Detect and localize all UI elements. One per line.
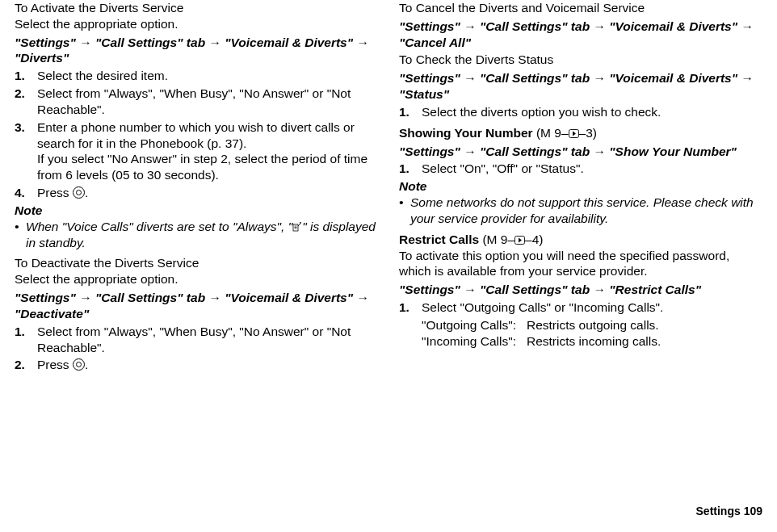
nav-path-diverts: "Settings" → "Call Settings" tab → "Voic…: [15, 35, 378, 67]
step-3-sub: If you select "No Answer" in step 2, sel…: [37, 152, 368, 182]
step-c1: 1.Select the diverts option you wish to …: [399, 104, 762, 120]
step-4: 4. Press .: [15, 185, 378, 201]
arrow-icon: →: [79, 291, 92, 304]
restrict-intro: To activate this option you will need th…: [399, 248, 762, 280]
step-4-pre: Press: [37, 186, 73, 199]
svg-rect-0: [293, 224, 298, 231]
path-part: "Call Settings" tab: [480, 19, 590, 33]
heading-check-status: To Check the Diverts Status: [399, 52, 762, 68]
divert-indicator-icon: [292, 222, 302, 232]
steps-show-number: 1.Select "On", "Off" or "Status".: [399, 161, 762, 177]
arrow-icon: →: [741, 71, 754, 85]
note-heading: Note: [15, 203, 378, 219]
nav-path-cancel: "Settings" → "Call Settings" tab → "Voic…: [399, 19, 762, 51]
nav-path-status: "Settings" → "Call Settings" tab → "Voic…: [399, 70, 762, 103]
path-part: "Settings": [399, 71, 460, 85]
mcode-post: –4): [525, 232, 543, 246]
step-d2: 2. Press .: [15, 357, 378, 373]
path-part: "Status": [399, 87, 449, 101]
nav-path-deactivate: "Settings" → "Call Settings" tab → "Voic…: [15, 290, 378, 322]
kv-val: Restricts incoming calls.: [527, 333, 661, 350]
path-part: "Settings": [15, 36, 76, 49]
arrow-icon: →: [593, 145, 606, 158]
mcode-pre: (M 9–: [482, 232, 514, 246]
arrow-icon: →: [356, 291, 369, 304]
path-part: "Voicemail & Diverts": [609, 19, 737, 33]
note-item: •Some networks do not support this servi…: [399, 195, 762, 227]
note-item: • When "Voice Calls" diverts are set to …: [15, 219, 378, 251]
subtext-activate: Select the appropriate option.: [15, 16, 378, 32]
bullet-icon: •: [15, 219, 26, 251]
step-2: 2.Select from "Always", "When Busy", "No…: [15, 86, 378, 118]
heading-restrict-calls: Restrict Calls (M 9––4): [399, 232, 762, 248]
step-d2-post: .: [85, 358, 88, 371]
path-part: "Restrict Calls": [609, 283, 701, 296]
path-part: "Voicemail & Diverts": [609, 71, 737, 85]
left-column: To Activate the Diverts Service Select t…: [15, 0, 378, 496]
title-text: Restrict Calls: [399, 232, 482, 246]
center-key-icon: [73, 186, 85, 199]
heading-deactivate: To Deactivate the Diverts Service: [15, 255, 378, 271]
arrow-icon: →: [593, 283, 606, 296]
bullet-icon: •: [399, 195, 410, 227]
note-text-a: When "Voice Calls" diverts are set to "A…: [26, 220, 292, 233]
arrow-icon: →: [208, 291, 221, 304]
step-sy1: 1.Select "On", "Off" or "Status".: [399, 161, 762, 177]
center-key-icon: [73, 358, 85, 371]
step-d2-pre: Press: [37, 358, 73, 371]
steps-deactivate: 1.Select from "Always", "When Busy", "No…: [15, 324, 378, 373]
path-part: "Voicemail & Diverts": [225, 291, 353, 304]
steps-check: 1.Select the diverts option you wish to …: [399, 104, 762, 120]
kv-val: Restricts outgoing calls.: [527, 317, 659, 333]
kv-key: "Incoming Calls":: [422, 333, 527, 350]
arrow-icon: →: [464, 145, 477, 158]
arrow-icon: →: [79, 36, 92, 49]
path-part: "Settings": [399, 283, 460, 296]
path-part: "Call Settings" tab: [95, 291, 205, 304]
step-4-post: .: [85, 186, 88, 199]
path-part: "Call Settings" tab: [95, 36, 205, 49]
arrow-icon: →: [464, 19, 477, 33]
arrow-icon: →: [741, 19, 754, 33]
arrow-icon: →: [356, 36, 369, 49]
heading-cancel: To Cancel the Diverts and Voicemail Serv…: [399, 0, 762, 16]
path-part: "Deactivate": [15, 307, 89, 320]
mcode-post: –3): [579, 126, 597, 140]
note-list-show-number: •Some networks do not support this servi…: [399, 195, 762, 227]
arrow-icon: →: [593, 71, 606, 85]
subtext-deactivate: Select the appropriate option.: [15, 271, 378, 287]
nav-path-show-number: "Settings" → "Call Settings" tab → "Show…: [399, 144, 762, 160]
arrow-icon: →: [593, 19, 606, 33]
right-column: To Cancel the Diverts and Voicemail Serv…: [399, 0, 762, 496]
kv-incoming: "Incoming Calls": Restricts incoming cal…: [422, 333, 762, 350]
step-d1: 1.Select from "Always", "When Busy", "No…: [15, 324, 378, 356]
page-columns: To Activate the Diverts Service Select t…: [15, 0, 762, 496]
path-part: "Settings": [399, 145, 460, 158]
path-part: "Diverts": [15, 51, 69, 65]
right-key-icon: [569, 129, 579, 138]
step-1: 1.Select the desired item.: [15, 68, 378, 84]
path-part: "Cancel All": [399, 36, 471, 49]
step-3-main: Enter a phone number to which you wish t…: [37, 120, 355, 150]
step-rc1: 1.Select "Outgoing Calls" or "Incoming C…: [399, 300, 762, 316]
path-part: "Settings": [399, 19, 460, 33]
kv-key: "Outgoing Calls":: [422, 317, 527, 333]
steps-activate: 1.Select the desired item. 2.Select from…: [15, 68, 378, 201]
heading-activate: To Activate the Diverts Service: [15, 0, 378, 16]
path-part: "Call Settings" tab: [480, 145, 590, 158]
path-part: "Settings": [15, 291, 76, 304]
arrow-icon: →: [208, 36, 221, 49]
mcode-pre: (M 9–: [536, 126, 569, 140]
path-part: "Call Settings" tab: [480, 71, 590, 85]
kv-outgoing: "Outgoing Calls": Restricts outgoing cal…: [422, 317, 762, 333]
arrow-icon: →: [464, 283, 477, 296]
nav-path-restrict: "Settings" → "Call Settings" tab → "Rest…: [399, 282, 762, 298]
steps-restrict: 1.Select "Outgoing Calls" or "Incoming C…: [399, 300, 762, 316]
path-part: "Voicemail & Diverts": [225, 36, 353, 49]
path-part: "Show Your Number": [609, 145, 737, 158]
page-footer: Settings 109: [15, 496, 762, 519]
right-key-icon: [514, 236, 525, 245]
title-text: Showing Your Number: [399, 126, 536, 140]
arrow-icon: →: [464, 71, 477, 85]
note-heading: Note: [399, 178, 762, 195]
